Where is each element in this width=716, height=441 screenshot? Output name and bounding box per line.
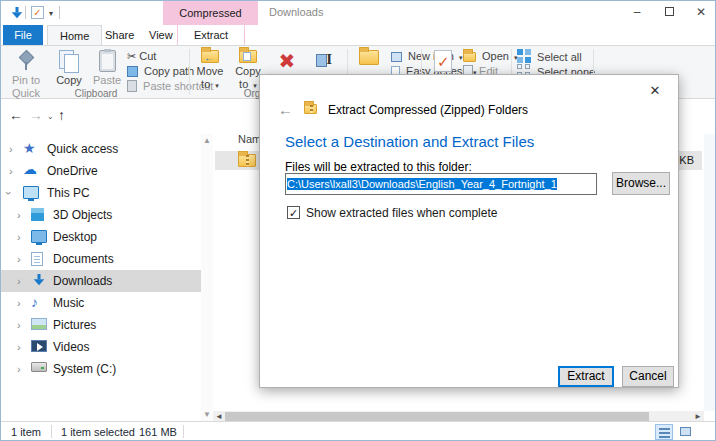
show-files-checkbox[interactable]: ✓ [287, 206, 300, 219]
divider [183, 425, 184, 438]
extract-button[interactable]: Extract [558, 366, 614, 387]
sidebar-item-music[interactable]: › ♪ Music [1, 292, 201, 314]
chevron-right-icon[interactable]: › [17, 270, 21, 292]
window-title: Downloads [269, 6, 323, 18]
qat-dropdown-caret-icon[interactable]: ▾ [49, 9, 53, 18]
new-item-icon [391, 52, 402, 62]
vertical-scrollbar[interactable] [704, 134, 716, 411]
selection-size: 161 MB [139, 426, 177, 438]
large-icons-view-button[interactable] [677, 424, 695, 440]
sidebar-item-videos[interactable]: › Videos [1, 336, 201, 358]
ribbon-tabs: File Home Share View Extract ˄ ? [1, 25, 716, 45]
scroll-down-icon[interactable]: ▼ [203, 410, 211, 419]
select-all-icon [517, 49, 531, 63]
downloads-folder-icon [11, 7, 23, 19]
contextual-tab-badge: Compressed Folder Tools [163, 1, 258, 25]
sidebar-item-quick-access[interactable]: › ★ Quick access [1, 138, 201, 160]
chevron-down-icon[interactable]: › [1, 191, 20, 195]
chevron-right-icon[interactable]: › [9, 160, 13, 182]
chevron-right-icon[interactable]: › [17, 314, 21, 336]
copy-path-button[interactable]: Copy path [127, 64, 194, 79]
navigation-pane: › ★ Quick access › ☁ OneDrive › This PC … [1, 134, 201, 421]
group-divider [189, 49, 190, 95]
sidebar-item-pictures[interactable]: › Pictures [1, 314, 201, 336]
divider [59, 6, 60, 19]
chevron-right-icon[interactable]: › [9, 138, 13, 160]
chevron-right-icon[interactable]: › [17, 204, 21, 226]
monitor-icon [23, 186, 39, 199]
chevron-right-icon[interactable]: › [17, 226, 21, 248]
scrollbar-thumb[interactable] [225, 412, 649, 421]
sidebar-item-this-pc[interactable]: › This PC [1, 182, 201, 204]
destination-path-input[interactable]: C:\Users\lxall3\Downloads\English_Year_4… [285, 173, 597, 195]
items-count: 1 item [11, 426, 41, 438]
chevron-right-icon[interactable]: › [17, 248, 21, 270]
copy-icon [59, 50, 79, 72]
title-bar: ✓ ▾ Compressed Folder Tools Downloads – … [1, 1, 716, 25]
select-all-button[interactable]: Select all [517, 49, 582, 64]
selection-count: 1 item selected [61, 426, 135, 438]
dialog-title: Extract Compressed (Zipped) Folders [328, 103, 528, 117]
pin-icon [17, 50, 35, 72]
music-note-icon: ♪ [31, 295, 38, 309]
cloud-icon: ☁ [23, 162, 37, 176]
scroll-right-icon[interactable]: ► [694, 412, 702, 421]
sidebar-item-desktop[interactable]: › Desktop [1, 226, 201, 248]
tab-extract[interactable]: Extract [177, 25, 245, 45]
sidebar-item-system-c[interactable]: › System (C:) [1, 358, 201, 380]
details-view-button[interactable] [655, 424, 673, 440]
document-icon [31, 252, 43, 266]
rename-icon [315, 50, 335, 70]
sidebar-item-downloads[interactable]: › Downloads [1, 270, 201, 292]
download-arrow-icon [33, 274, 45, 286]
divider [25, 6, 26, 19]
forward-icon[interactable]: → [29, 107, 43, 123]
zip-file-icon [238, 154, 256, 167]
selected-path-text: C:\Users\lxall3\Downloads\English_Year_4… [287, 178, 557, 190]
cube-icon [31, 208, 44, 221]
desktop-icon [31, 230, 47, 243]
sidebar-item-documents[interactable]: › Documents [1, 248, 201, 270]
move-to-icon: ← [201, 50, 219, 63]
scroll-left-icon[interactable]: ◄ [215, 412, 223, 421]
clipboard-group-label: Clipboard [61, 88, 131, 99]
videos-icon [31, 340, 47, 352]
open-button[interactable]: Open [463, 49, 518, 64]
back-icon[interactable]: ← [9, 107, 23, 123]
drive-icon [31, 362, 47, 372]
copy-to-icon [239, 50, 257, 63]
tab-file[interactable]: File [3, 25, 43, 45]
extract-dialog: ✕ ← Extract Compressed (Zipped) Folders … [259, 74, 679, 388]
sidebar-scrollbar[interactable]: ▲ ▼ [201, 134, 213, 421]
cut-button[interactable]: ✂ Cut [127, 49, 156, 64]
copy-path-icon [127, 66, 138, 77]
paste-icon [99, 50, 116, 72]
dialog-close-icon[interactable]: ✕ [642, 81, 668, 101]
move-to-button[interactable]: ← Move to [192, 48, 228, 98]
show-files-checkbox-label[interactable]: Show extracted files when complete [306, 206, 497, 220]
browse-button[interactable]: Browse... [612, 172, 670, 195]
minimize-button[interactable]: – [621, 1, 653, 25]
close-button[interactable]: ✕ [685, 1, 716, 25]
sidebar-item-onedrive[interactable]: › ☁ OneDrive [1, 160, 201, 182]
open-icon [463, 52, 476, 62]
divider [51, 425, 52, 438]
status-bar: 1 item 1 item selected 161 MB [1, 421, 716, 441]
up-icon[interactable]: ↑ [58, 107, 65, 123]
maximize-button[interactable] [653, 1, 685, 25]
properties-icon [434, 50, 452, 72]
scroll-up-icon[interactable]: ▲ [203, 136, 211, 145]
chevron-right-icon[interactable]: › [17, 358, 21, 380]
delete-icon: ✖ [269, 50, 305, 72]
explorer-window: ✓ ▾ Compressed Folder Tools Downloads – … [0, 0, 716, 441]
new-folder-icon [359, 50, 379, 65]
chevron-right-icon[interactable]: › [17, 336, 21, 358]
cancel-button[interactable]: Cancel [622, 366, 674, 387]
qat-properties-icon[interactable]: ✓ [31, 6, 44, 19]
dialog-back-icon[interactable]: ← [278, 101, 293, 118]
pictures-icon [31, 318, 47, 330]
recent-locations-caret-icon[interactable]: ⌄ [47, 112, 54, 121]
pin-to-quick-access-button[interactable]: Pin to Quick access [3, 48, 49, 98]
chevron-right-icon[interactable]: › [17, 292, 21, 314]
sidebar-item-3d-objects[interactable]: › 3D Objects [1, 204, 201, 226]
